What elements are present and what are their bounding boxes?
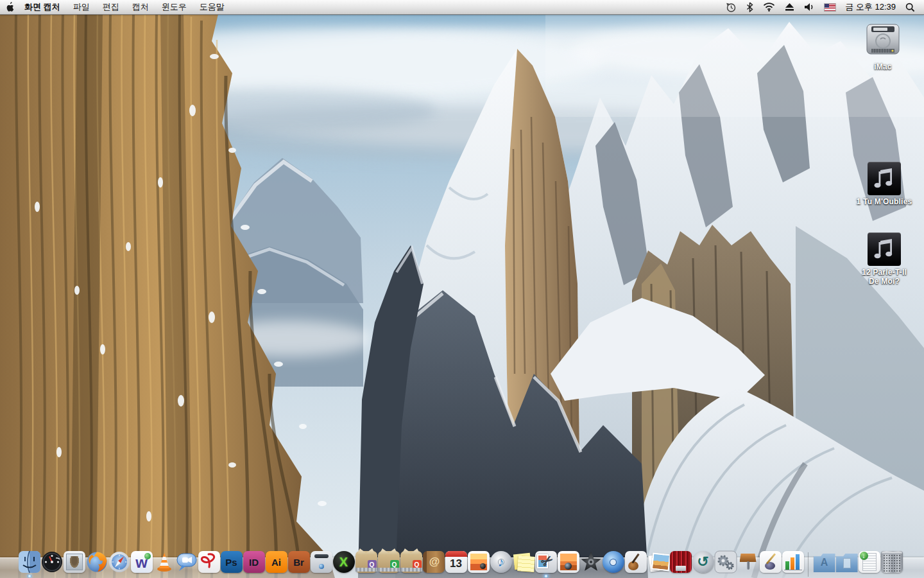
iweb-icon xyxy=(647,551,669,573)
dock-item-ical[interactable]: 13 xyxy=(445,551,467,573)
firefox-icon xyxy=(86,551,108,573)
system-preferences-gears-icon xyxy=(715,551,737,573)
dock-item-numbers[interactable] xyxy=(782,551,804,573)
menu-edit[interactable]: 편집 xyxy=(96,0,126,14)
photoshop-icon: Ps xyxy=(221,551,243,573)
hard-drive-icon xyxy=(865,21,901,60)
dock-item-quark-box-green[interactable]: Q xyxy=(377,551,400,573)
ichat-bubble-icon xyxy=(176,551,198,573)
dock-item-dashboard[interactable] xyxy=(40,551,63,573)
installer-box-icon: Q xyxy=(355,551,377,573)
menu-capture[interactable]: 캡처 xyxy=(126,0,155,14)
menu-app-name[interactable]: 화면 캡처 xyxy=(19,0,67,14)
dock-item-firefox[interactable] xyxy=(85,551,108,573)
dock-item-imovie[interactable] xyxy=(579,551,602,573)
dock-item-time-machine[interactable]: ↺ xyxy=(692,551,714,573)
wifi-icon[interactable] xyxy=(763,3,775,12)
audio-file-icon xyxy=(868,162,901,195)
dock-item-vlc[interactable] xyxy=(153,551,175,573)
dock-item-quark-box-red[interactable]: Q xyxy=(400,551,422,573)
safari-icon xyxy=(108,551,130,573)
photo-booth-icon xyxy=(558,551,579,573)
dock-item-toast[interactable] xyxy=(310,551,332,573)
pages-inkwell-icon xyxy=(760,551,782,573)
audio-file-icon xyxy=(868,232,901,266)
dock-item-idvd[interactable] xyxy=(602,551,624,573)
menu-window[interactable]: 윈도우 xyxy=(155,0,193,14)
dock-item-applications-folder[interactable]: A xyxy=(813,551,835,573)
dock: w xyxy=(0,545,924,578)
vlc-cone-icon xyxy=(153,551,175,573)
desktop-icon-imac-hd[interactable]: iMac xyxy=(846,21,920,71)
idvd-disc-icon xyxy=(603,551,624,573)
desktop-icon-music-file-2[interactable]: 12 Parle-T-Il De Moi? xyxy=(847,232,921,286)
garageband-guitar-icon xyxy=(625,551,647,573)
stickies-icon xyxy=(513,551,535,573)
menu-help[interactable]: 도움말 xyxy=(193,0,231,14)
dock-item-front-row[interactable] xyxy=(669,551,692,573)
dock-item-trash[interactable] xyxy=(880,551,903,573)
desktop-icon-music-file-1[interactable]: 1 Tu M'Oublies xyxy=(847,162,921,206)
apple-menu[interactable] xyxy=(0,2,19,12)
dock-item-garageband[interactable] xyxy=(624,551,647,573)
dock-item-bridge[interactable]: Br xyxy=(287,551,310,573)
xee-icon: X xyxy=(333,551,355,573)
desktop-icon-label: 12 Parle-T-Il De Moi? xyxy=(862,268,907,286)
itunes-icon: ♪ xyxy=(490,551,512,573)
time-machine-icon[interactable] xyxy=(726,2,737,13)
installer-box-icon: Q xyxy=(400,551,422,573)
dock-item-system-preferences[interactable] xyxy=(714,551,737,573)
trash-icon xyxy=(881,551,903,573)
dock-item-iweb[interactable] xyxy=(647,551,669,573)
spotlight-icon[interactable] xyxy=(905,3,915,12)
installer-box-icon: Q xyxy=(378,551,400,573)
desktop-wallpaper-mountains xyxy=(0,14,924,578)
dock-item-photo-booth[interactable] xyxy=(557,551,579,573)
dock-item-finder[interactable] xyxy=(18,551,40,573)
dock-item-stickies[interactable] xyxy=(512,551,535,573)
menu-clock[interactable]: 금 오후 12:39 xyxy=(845,1,896,13)
dock-item-safari[interactable] xyxy=(108,551,130,573)
dock-item-pages[interactable] xyxy=(759,551,782,573)
dock-item-quark-box-purple[interactable]: Q xyxy=(355,551,377,573)
music-note-glyph: ♪ xyxy=(490,551,512,573)
dock-separator xyxy=(804,550,813,573)
finder-icon xyxy=(19,551,40,573)
menu-file[interactable]: 파일 xyxy=(67,0,96,14)
dock-item-mail[interactable] xyxy=(63,551,85,573)
dock-item-indesign[interactable]: ID xyxy=(243,551,265,573)
time-machine-dial-icon: ↺ xyxy=(692,551,714,573)
dock-item-address-book[interactable]: @ xyxy=(422,551,445,573)
dock-item-ichat[interactable] xyxy=(175,551,198,573)
dock-item-installer-file[interactable]: ↓ xyxy=(858,551,880,573)
address-book-icon: @ xyxy=(423,551,445,573)
ical-day-number: 13 xyxy=(445,555,467,573)
desktop-icon-label: 1 Tu M'Oublies xyxy=(857,197,912,206)
counterclockwise-arrow-glyph: ↺ xyxy=(692,551,714,573)
dock-item-w-app[interactable]: w xyxy=(130,551,153,573)
w-globe-app-icon: w xyxy=(131,551,153,573)
mail-stamp-icon xyxy=(64,551,85,573)
menu-bar: 화면 캡처 파일 편집 캡처 윈도우 도움말 금 오후 12:39 xyxy=(0,0,924,15)
documents-folder-icon xyxy=(836,551,858,573)
dashboard-icon xyxy=(41,551,63,573)
apple-logo-icon xyxy=(5,2,14,12)
applications-folder-icon: A xyxy=(814,551,835,573)
dock-item-iphoto[interactable] xyxy=(467,551,490,573)
bluetooth-icon[interactable] xyxy=(746,2,753,12)
menu-status-area: 금 오후 12:39 xyxy=(726,1,924,13)
dock-item-itunes[interactable]: ♪ xyxy=(490,551,512,573)
dock-item-screen-capture[interactable]: ✂ xyxy=(535,551,557,573)
dock-item-photoshop[interactable]: Ps xyxy=(220,551,243,573)
dock-item-documents-folder[interactable] xyxy=(835,551,858,573)
volume-icon[interactable] xyxy=(804,3,815,12)
illustrator-icon: Ai xyxy=(266,551,287,573)
dock-item-illustrator[interactable]: Ai xyxy=(265,551,287,573)
dock-item-acrobat[interactable] xyxy=(198,551,220,573)
dock-item-xee[interactable]: X xyxy=(332,551,355,573)
input-source-us-flag-icon[interactable] xyxy=(825,4,835,11)
dock-item-keynote[interactable] xyxy=(737,551,759,573)
eject-icon[interactable] xyxy=(785,3,794,12)
keynote-podium-icon xyxy=(737,551,759,573)
numbers-chart-icon xyxy=(782,551,804,573)
